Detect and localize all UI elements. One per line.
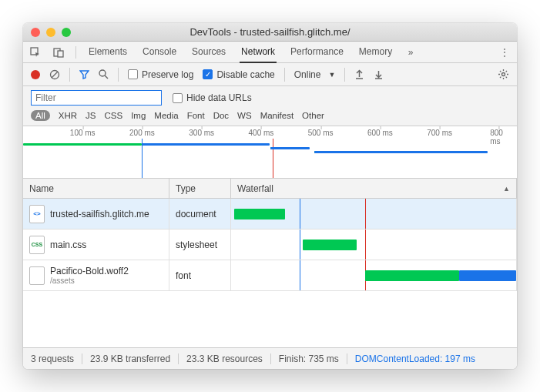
tick: 200 ms <box>129 129 155 137</box>
tab-elements[interactable]: Elements <box>87 42 129 62</box>
table-row[interactable]: <>trusted-sailfish.glitch.medocument <box>23 199 517 230</box>
hide-data-urls-checkbox[interactable]: ✓Hide data URLs <box>173 92 252 103</box>
table-row[interactable]: Pacifico-Bold.woff2/assetsfont <box>23 260 517 291</box>
disable-cache-label: Disable cache <box>216 69 274 80</box>
col-name[interactable]: Name <box>23 179 169 198</box>
svg-point-7 <box>502 73 505 76</box>
filter-type-media[interactable]: Media <box>154 111 178 120</box>
col-waterfall[interactable]: Waterfall▲ <box>231 179 517 198</box>
filter-type-ws[interactable]: WS <box>237 111 252 120</box>
request-name: trusted-sailfish.glitch.me <box>50 209 149 219</box>
svg-rect-2 <box>58 51 63 57</box>
overview-marker <box>273 139 273 178</box>
record-button[interactable] <box>31 70 40 79</box>
request-name: main.css <box>50 240 86 250</box>
filter-type-font[interactable]: Font <box>187 111 205 120</box>
wf-bar <box>365 270 459 281</box>
search-icon[interactable] <box>99 69 109 79</box>
timeline-overview[interactable]: 100 ms200 ms300 ms400 ms500 ms600 ms700 … <box>23 126 517 179</box>
file-icon: CSS <box>29 236 45 254</box>
filter-type-doc[interactable]: Doc <box>213 111 229 120</box>
titlebar: DevTools - trusted-sailfish.glitch.me/ <box>23 23 517 42</box>
table-header: Name Type Waterfall▲ <box>23 179 517 199</box>
filter-input[interactable] <box>31 90 162 106</box>
svg-point-5 <box>99 70 106 76</box>
status-bar: 3 requests 23.9 KB transferred 23.3 KB r… <box>23 347 517 369</box>
kebab-menu-icon[interactable]: ⋮ <box>498 46 511 59</box>
tick: 400 ms <box>249 129 274 137</box>
filter-type-css[interactable]: CSS <box>104 111 122 120</box>
sort-asc-icon: ▲ <box>503 185 510 193</box>
filter-type-manifest[interactable]: Manifest <box>260 111 293 120</box>
request-type: stylesheet <box>169 230 231 260</box>
zoom-icon[interactable] <box>62 28 71 37</box>
table-row[interactable]: CSSmain.cssstylesheet <box>23 230 517 260</box>
overview-bar <box>270 147 310 149</box>
tick: 600 ms <box>367 129 393 137</box>
chevron-down-icon: ▼ <box>328 71 335 79</box>
minimize-icon[interactable] <box>46 28 55 37</box>
download-icon[interactable] <box>374 69 384 79</box>
close-icon[interactable] <box>31 28 40 37</box>
tick: 100 ms <box>70 129 96 137</box>
hide-data-urls-label: Hide data URLs <box>186 92 252 103</box>
tab-performance[interactable]: Performance <box>289 42 345 62</box>
filter-icon[interactable] <box>79 69 89 79</box>
status-dcl: DOMContentLoaded: 197 ms <box>347 353 483 364</box>
filter-type-other[interactable]: Other <box>302 111 324 120</box>
tab-network[interactable]: Network <box>240 42 277 63</box>
waterfall-cell <box>231 260 517 290</box>
request-path: /assets <box>50 276 129 285</box>
wf-bar <box>303 240 357 250</box>
tab-console[interactable]: Console <box>141 42 178 62</box>
settings-gear-icon[interactable] <box>498 69 509 80</box>
overview-bar <box>23 143 142 146</box>
wf-bar <box>234 209 286 219</box>
type-filter-row: AllXHRJSCSSImgMediaFontDocWSManifestOthe… <box>31 110 509 126</box>
wf-marker <box>300 199 300 229</box>
col-type[interactable]: Type <box>169 179 231 198</box>
clear-icon[interactable] <box>49 69 60 80</box>
filter-type-all[interactable]: All <box>31 110 50 121</box>
svg-line-6 <box>105 75 108 79</box>
status-resources: 23.3 KB resources <box>179 353 271 364</box>
upload-icon[interactable] <box>354 69 364 79</box>
status-requests: 3 requests <box>31 353 82 364</box>
preserve-log-checkbox[interactable]: ✓Preserve log <box>128 69 193 80</box>
filter-type-js[interactable]: JS <box>86 111 96 120</box>
preserve-log-label: Preserve log <box>142 69 193 80</box>
waterfall-cell <box>231 199 517 229</box>
window-title: DevTools - trusted-sailfish.glitch.me/ <box>23 26 517 38</box>
request-type: font <box>169 260 231 290</box>
filter-type-img[interactable]: Img <box>131 111 146 120</box>
waterfall-cell <box>231 230 517 260</box>
tab-memory[interactable]: Memory <box>357 42 394 62</box>
wf-marker <box>365 230 366 260</box>
divider <box>75 46 76 59</box>
wf-marker <box>300 230 300 260</box>
tab-sources[interactable]: Sources <box>190 42 227 62</box>
disable-cache-checkbox[interactable]: ✓Disable cache <box>203 69 274 80</box>
file-icon <box>29 266 45 285</box>
network-toolbar: ✓Preserve log ✓Disable cache Online▼ <box>23 63 517 86</box>
inspect-icon[interactable] <box>29 46 42 59</box>
tick: 800 ms <box>490 129 508 146</box>
device-toggle-icon[interactable] <box>52 46 65 59</box>
wf-marker <box>365 199 366 229</box>
file-icon: <> <box>29 205 45 223</box>
svg-line-4 <box>52 72 58 78</box>
tick: 700 ms <box>427 129 452 137</box>
filter-bar: ✓Hide data URLs AllXHRJSCSSImgMediaFontD… <box>23 86 517 126</box>
throttle-select[interactable]: Online▼ <box>294 69 336 80</box>
tick: 500 ms <box>308 129 334 137</box>
more-tabs-icon[interactable]: » <box>404 46 417 59</box>
devtools-window: DevTools - trusted-sailfish.glitch.me/ E… <box>23 23 517 369</box>
request-table: <>trusted-sailfish.glitch.medocumentCSSm… <box>23 199 517 347</box>
wf-bar <box>459 270 516 281</box>
filter-type-xhr[interactable]: XHR <box>59 111 77 120</box>
overview-bar <box>142 143 270 146</box>
panel-tabs: ElementsConsoleSourcesNetworkPerformance… <box>23 42 517 63</box>
traffic-lights <box>31 28 71 37</box>
status-transferred: 23.9 KB transferred <box>82 353 179 364</box>
wf-marker <box>300 260 300 290</box>
